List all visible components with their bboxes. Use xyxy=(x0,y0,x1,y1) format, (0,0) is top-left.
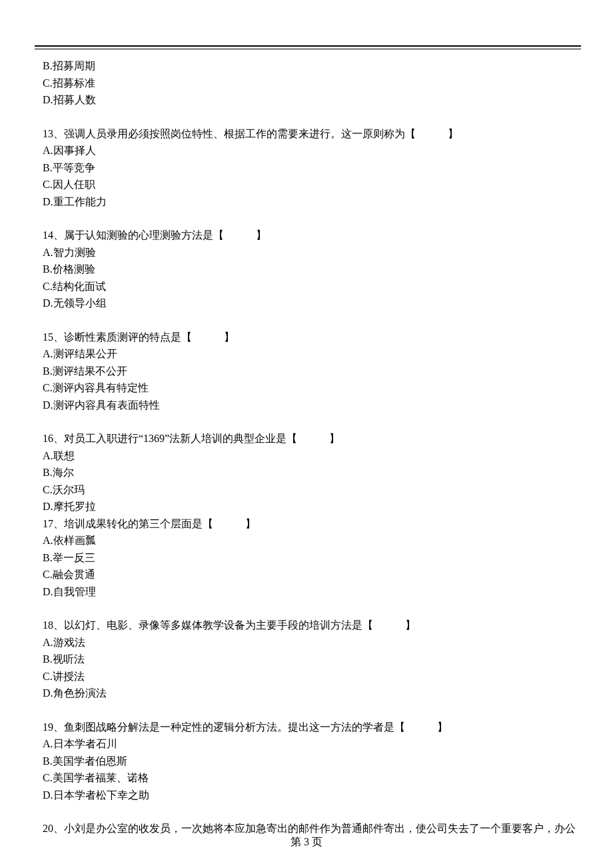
option-text: C.因人任职 xyxy=(43,176,581,193)
option-text: C.美国学者福莱、诺格 xyxy=(43,769,581,787)
option-text: A.日本学者石川 xyxy=(43,735,581,753)
option-text: D.测评内容具有表面特性 xyxy=(43,397,581,414)
option-text: B.平等竞争 xyxy=(43,159,581,177)
question-block: 17、培训成果转化的第三个层面是【 】 A.依样画瓢 B.举一反三 C.融会贯通… xyxy=(43,515,581,601)
option-text: B.视听法 xyxy=(43,651,581,668)
option-text: A.依样画瓢 xyxy=(43,532,581,549)
option-text: B.海尔 xyxy=(43,464,581,481)
header-rule-wrap xyxy=(0,0,613,49)
question-stem: 20、小刘是办公室的收发员，一次她将本应加急寄出的邮件作为普通邮件寄出，使公司失… xyxy=(43,820,581,837)
option-text: A.游戏法 xyxy=(43,634,581,651)
question-stem: 16、对员工入职进行“1369”法新人培训的典型企业是【 】 xyxy=(43,430,581,447)
option-text: B.美国学者伯恩斯 xyxy=(43,753,581,770)
option-text: C.融会贯通 xyxy=(43,566,581,583)
orphan-options-block: B.招募周期 C.招募标准 D.招募人数 xyxy=(43,57,581,109)
option-text: A.测评结果公开 xyxy=(43,345,581,363)
option-text: D.日本学者松下幸之助 xyxy=(43,787,581,804)
question-stem: 18、以幻灯、电影、录像等多媒体教学设备为主要手段的培训方法是【 】 xyxy=(43,617,581,634)
option-text: D.重工作能力 xyxy=(43,193,581,211)
option-text: D.自我管理 xyxy=(43,583,581,601)
question-block: 13、强调人员录用必须按照岗位特性、根据工作的需要来进行。这一原则称为【 】 A… xyxy=(43,125,581,211)
option-text: A.联想 xyxy=(43,447,581,465)
question-block: 18、以幻灯、电影、录像等多媒体教学设备为主要手段的培训方法是【 】 A.游戏法… xyxy=(43,617,581,702)
option-text: B.招募周期 xyxy=(43,57,581,75)
question-block: 19、鱼刺图战略分解法是一种定性的逻辑分析方法。提出这一方法的学者是【 】 A.… xyxy=(43,719,581,804)
option-text: C.沃尔玛 xyxy=(43,481,581,499)
content-area: B.招募周期 C.招募标准 D.招募人数 13、强调人员录用必须按照岗位特性、根… xyxy=(0,49,613,837)
option-text: C.结构化面试 xyxy=(43,278,581,295)
question-stem: 17、培训成果转化的第三个层面是【 】 xyxy=(43,515,581,533)
option-text: A.智力测验 xyxy=(43,244,581,261)
option-text: C.测评内容具有特定性 xyxy=(43,379,581,397)
option-text: D.摩托罗拉 xyxy=(43,498,581,515)
question-stem: 14、属于认知测验的心理测验方法是【 】 xyxy=(43,227,581,244)
option-text: D.无领导小组 xyxy=(43,295,581,312)
page-footer: 第 3 页 xyxy=(0,835,613,849)
option-text: D.角色扮演法 xyxy=(43,685,581,702)
question-block: 15、诊断性素质测评的特点是【 】 A.测评结果公开 B.测评结果不公开 C.测… xyxy=(43,329,581,414)
page: B.招募周期 C.招募标准 D.招募人数 13、强调人员录用必须按照岗位特性、根… xyxy=(0,0,613,868)
option-text: B.测评结果不公开 xyxy=(43,363,581,380)
question-block: 20、小刘是办公室的收发员，一次她将本应加急寄出的邮件作为普通邮件寄出，使公司失… xyxy=(43,820,581,837)
option-text: C.招募标准 xyxy=(43,75,581,92)
option-text: B.举一反三 xyxy=(43,549,581,567)
question-stem: 19、鱼刺图战略分解法是一种定性的逻辑分析方法。提出这一方法的学者是【 】 xyxy=(43,719,581,736)
question-stem: 15、诊断性素质测评的特点是【 】 xyxy=(43,329,581,346)
option-text: A.因事择人 xyxy=(43,142,581,159)
option-text: B.价格测验 xyxy=(43,261,581,278)
question-block: 14、属于认知测验的心理测验方法是【 】 A.智力测验 B.价格测验 C.结构化… xyxy=(43,227,581,312)
question-block: 16、对员工入职进行“1369”法新人培训的典型企业是【 】 A.联想 B.海尔… xyxy=(43,430,581,515)
option-text: C.讲授法 xyxy=(43,668,581,685)
option-text: D.招募人数 xyxy=(43,91,581,109)
question-stem: 13、强调人员录用必须按照岗位特性、根据工作的需要来进行。这一原则称为【 】 xyxy=(43,125,581,143)
